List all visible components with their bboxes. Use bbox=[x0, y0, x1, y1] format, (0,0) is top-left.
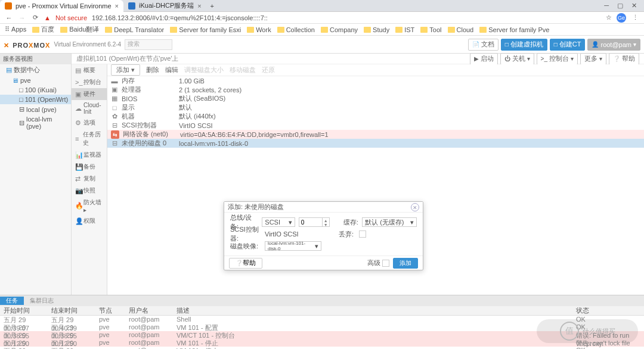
bookmark-item[interactable]: Work bbox=[247, 26, 271, 33]
user-menu[interactable]: 👤 root@pam ▾ bbox=[587, 39, 640, 51]
hw-row[interactable]: ⇆网络设备 (net0)virtio=0A:5A:B6:E4:FA:DD,bri… bbox=[107, 130, 644, 139]
profile-avatar[interactable]: Ge bbox=[617, 13, 626, 23]
hw-row[interactable]: ▦BIOS默认 (SeaBIOS) bbox=[107, 94, 644, 103]
advanced-checkbox[interactable] bbox=[382, 260, 389, 267]
doc-button[interactable]: 📄 文档 bbox=[468, 39, 499, 51]
menu-icon: 📊 bbox=[75, 151, 81, 159]
bus-index-stepper[interactable]: ▲▼ bbox=[299, 217, 330, 227]
sidemenu-item[interactable]: ⚙选项 bbox=[72, 117, 107, 129]
tb-add-button[interactable]: 添加 ▾ bbox=[111, 64, 140, 76]
hw-row[interactable]: ⊟SCSI控制器VirtIO SCSI bbox=[107, 121, 644, 130]
create-ct-button[interactable]: □ 创建CT bbox=[550, 39, 586, 51]
url-input[interactable]: 192.168.123.2:8006/#v1:0:=qemu%2F101:4:=… bbox=[92, 14, 601, 21]
search-input[interactable]: 搜索 bbox=[125, 39, 172, 50]
log-h-start: 开始时间 bbox=[0, 306, 48, 315]
discard-checkbox[interactable] bbox=[359, 230, 366, 238]
console-button[interactable]: >_ 控制台 ▾ bbox=[537, 53, 578, 65]
tree-vm-101[interactable]: □101 (OpenWrt) bbox=[0, 95, 71, 104]
new-tab-button[interactable]: + bbox=[206, 2, 218, 10]
sidemenu-item[interactable]: ▣硬件 bbox=[72, 88, 107, 100]
hw-key: 内存 bbox=[122, 76, 175, 85]
bookmark-item[interactable]: Tool bbox=[420, 26, 441, 33]
log-h-status: 状态 bbox=[572, 306, 644, 315]
menu-icon[interactable]: ⋮ bbox=[631, 14, 639, 21]
apps-menu[interactable]: ⠿ Apps bbox=[5, 26, 26, 33]
log-h-user: 用户名 bbox=[125, 306, 173, 315]
tree-vm-100[interactable]: □100 (iKuai) bbox=[0, 85, 71, 95]
hw-value: 2 (1 sockets, 2 cores) bbox=[179, 86, 640, 94]
sidemenu-item[interactable]: >_控制台 bbox=[72, 76, 107, 88]
window-close-icon[interactable]: ✕ bbox=[631, 2, 637, 10]
hw-row[interactable]: ▣处理器2 (1 sockets, 2 cores) bbox=[107, 85, 644, 94]
hw-row[interactable]: □显示默认 bbox=[107, 103, 644, 112]
sidemenu-item[interactable]: 👤权限 bbox=[72, 215, 107, 227]
window-max-icon[interactable]: ▢ bbox=[617, 2, 623, 10]
hw-icon: ⊟ bbox=[111, 121, 118, 129]
sidemenu-item[interactable]: 📊监视器 bbox=[72, 149, 107, 161]
dialog-add-button[interactable]: 添加 bbox=[393, 258, 418, 269]
bookmark-star-icon[interactable]: ☆ bbox=[606, 14, 612, 21]
hw-row[interactable]: ⊟未使用的磁盘 0local-lvm:vm-101-disk-0 bbox=[107, 139, 644, 148]
shutdown-button[interactable]: ⏻ 关机 ▾ bbox=[500, 53, 534, 65]
hw-row[interactable]: ✿机器默认 (i440fx) bbox=[107, 112, 644, 121]
tab-icon bbox=[128, 2, 135, 10]
bookmark-item[interactable]: Cloud bbox=[448, 26, 474, 33]
hw-key: SCSI控制器 bbox=[122, 121, 175, 130]
bookmark-item[interactable]: Study bbox=[364, 26, 389, 33]
sidemenu-item[interactable]: 📷快照 bbox=[72, 185, 107, 197]
sidemenu-item[interactable]: ▤概要 bbox=[72, 64, 107, 76]
bookmark-item[interactable]: Collection bbox=[277, 26, 315, 33]
chevron-down-icon: ▾ bbox=[410, 219, 414, 226]
cache-select[interactable]: 默认 (无缓存)▾ bbox=[362, 217, 417, 227]
tree-local-lvm[interactable]: ⊟local-lvm (pve) bbox=[0, 114, 71, 131]
nav-back-icon[interactable]: ← bbox=[5, 14, 13, 21]
disk-image-label: 磁盘映像: bbox=[230, 242, 261, 251]
folder-icon bbox=[32, 27, 39, 33]
start-button[interactable]: ▶ 启动 bbox=[470, 53, 498, 65]
bookmark-item[interactable]: DeepL Translator bbox=[105, 26, 164, 33]
browser-tab-ikuai[interactable]: iKuai-DHCP服务端× bbox=[123, 0, 206, 12]
sidemenu-item[interactable]: ≡任务历史 bbox=[72, 129, 107, 149]
nav-fwd-icon[interactable]: → bbox=[18, 14, 26, 21]
log-row[interactable]: 五月 29 00:07:47五月 29 00:07:47pveroot@pamV… bbox=[0, 347, 644, 349]
env-label: Virtual Environment 6.2-4 bbox=[54, 41, 121, 48]
hw-value: local-lvm:vm-101-disk-0 bbox=[179, 140, 640, 147]
bookmark-item[interactable]: Server for family Pve bbox=[479, 26, 549, 33]
dialog-help-button[interactable]: ❔ 帮助 bbox=[229, 258, 262, 269]
tb-edit-button[interactable]: 编辑 bbox=[165, 66, 178, 74]
node-icon: 🖥 bbox=[12, 77, 18, 84]
bookmark-item[interactable]: Server for family Esxi bbox=[170, 26, 241, 33]
more-button[interactable]: 更多 ▾ bbox=[580, 53, 606, 65]
bookmark-item[interactable]: Baidu翻译 bbox=[60, 25, 99, 34]
tree-header: 服务器视图 bbox=[0, 54, 71, 64]
tb-resize-button: 调整磁盘大小 bbox=[184, 66, 224, 74]
hw-row[interactable]: ▬内存1.00 GiB bbox=[107, 76, 644, 85]
tab-close-icon[interactable]: × bbox=[115, 2, 119, 10]
tree-dc[interactable]: ▤数据中心 bbox=[0, 64, 71, 76]
tb-del-button[interactable]: 删除 bbox=[146, 66, 159, 74]
bus-select[interactable]: SCSI▾ bbox=[262, 217, 295, 227]
bookmark-item[interactable]: IST bbox=[395, 26, 414, 33]
disk-image-select[interactable]: local-lvm:vm-101-disk-0▾ bbox=[265, 241, 321, 251]
sidemenu-item[interactable]: 🔥防火墙 ▸ bbox=[72, 197, 107, 215]
bus-index-input[interactable] bbox=[299, 217, 323, 227]
browser-tab-pve[interactable]: pve - Proxmox Virtual Environme× bbox=[0, 0, 123, 12]
sidemenu-item[interactable]: ⇄复制 bbox=[72, 173, 107, 185]
create-vm-button[interactable]: □ 创建虚拟机 bbox=[501, 39, 547, 51]
net-icon: ⇆ bbox=[111, 130, 119, 139]
log-tab-cluster[interactable]: 集群日志 bbox=[24, 297, 60, 305]
tree-node[interactable]: 🖥pve bbox=[0, 76, 71, 85]
security-warn-icon: ▲ bbox=[44, 14, 51, 21]
sidemenu-item[interactable]: ☁Cloud-Init bbox=[72, 100, 107, 117]
hw-icon: ▬ bbox=[111, 77, 118, 85]
tab-close-icon[interactable]: × bbox=[197, 2, 201, 10]
help-button[interactable]: ❔ 帮助 bbox=[609, 53, 639, 65]
bookmark-item[interactable]: Company bbox=[321, 26, 358, 33]
log-tab-tasks[interactable]: 任务 bbox=[0, 297, 24, 305]
nav-reload-icon[interactable]: ⟳ bbox=[31, 14, 39, 21]
tree-local[interactable]: ⊟local (pve) bbox=[0, 104, 71, 114]
window-min-icon[interactable]: ─ bbox=[604, 2, 609, 10]
sidemenu-item[interactable]: 💾备份 bbox=[72, 161, 107, 173]
bookmark-item[interactable]: 百度 bbox=[32, 25, 54, 34]
dialog-close-icon[interactable]: ⨯ bbox=[411, 203, 419, 211]
